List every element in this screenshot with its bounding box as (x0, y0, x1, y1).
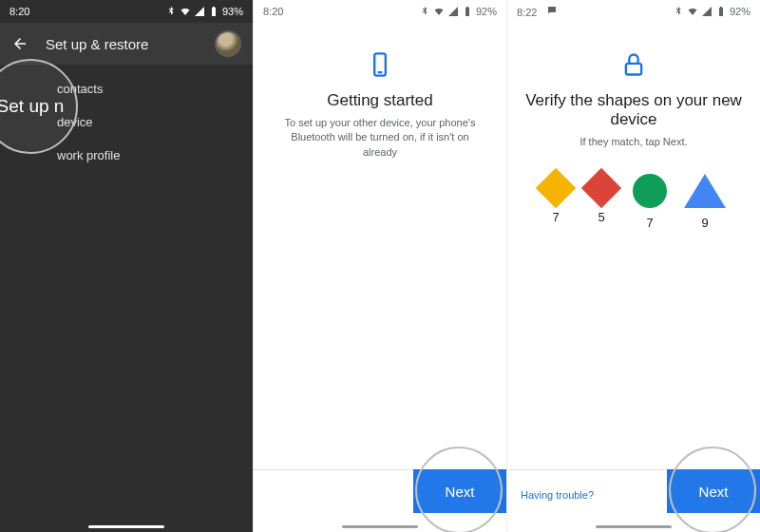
shape-cell: 5 (587, 174, 616, 230)
page-subtitle: To set up your other device, your phone'… (254, 110, 506, 160)
status-icons: 92% (419, 6, 497, 17)
panel-getting-started: 8:20 92% Getting started To set up your … (253, 0, 506, 532)
list-item[interactable]: contacts (0, 72, 253, 105)
status-battery-pct: 93% (222, 6, 243, 17)
status-icons: 93% (165, 6, 243, 17)
status-time: 8:20 (10, 6, 29, 17)
shape-diamond-red (581, 168, 621, 208)
shape-triangle-blue (684, 174, 726, 208)
panel-settings: 8:20 93% Set up & restore contacts devic… (0, 0, 253, 532)
status-time: 8:20 (263, 6, 283, 17)
status-bar: 8:22 92% (507, 0, 760, 23)
wifi-icon (687, 6, 698, 17)
status-bar: 8:20 92% (254, 0, 506, 23)
wifi-icon (180, 6, 191, 17)
status-battery-pct: 92% (730, 6, 750, 17)
shape-value: 5 (598, 210, 604, 224)
settings-list: contacts device work profile (0, 65, 253, 180)
shape-cell: 7 (633, 174, 667, 230)
page-title: Getting started (254, 91, 506, 110)
list-item[interactable]: work profile (0, 139, 253, 172)
status-bar: 8:20 93% (0, 0, 253, 23)
shape-circle-green (633, 174, 667, 208)
signal-icon (194, 6, 205, 17)
shape-diamond-orange (536, 168, 576, 208)
next-button-label: Next (699, 484, 729, 500)
bluetooth-icon (419, 6, 430, 17)
bluetooth-icon (165, 6, 177, 17)
page-subtitle: If they match, tap Next. (507, 129, 760, 149)
page-title: Verify the shapes on your new device (507, 91, 760, 129)
shape-cell: 9 (684, 174, 726, 230)
battery-icon (462, 6, 473, 17)
home-indicator[interactable] (596, 525, 672, 528)
phone-icon (367, 51, 393, 78)
panel-verify-shapes: 8:22 92% Verify the shapes on your new d… (506, 0, 760, 532)
status-battery-pct: 92% (476, 6, 497, 17)
signal-icon (701, 6, 712, 17)
lock-icon (620, 51, 647, 78)
next-button-label: Next (446, 484, 475, 500)
avatar[interactable] (215, 30, 241, 57)
svg-rect-2 (626, 64, 641, 75)
home-indicator[interactable] (342, 525, 418, 528)
shape-cell: 7 (542, 174, 570, 230)
home-indicator[interactable] (88, 525, 164, 528)
appbar: Set up & restore (0, 23, 253, 65)
signal-icon (447, 6, 459, 17)
shape-value: 7 (552, 210, 559, 224)
message-icon (546, 5, 558, 16)
bluetooth-icon (673, 6, 684, 17)
shapes-row: 7 5 7 9 (507, 174, 760, 230)
back-icon[interactable] (11, 35, 28, 52)
appbar-title: Set up & restore (46, 36, 198, 52)
shape-value: 9 (701, 216, 708, 230)
list-item[interactable]: device (0, 105, 253, 139)
battery-icon (715, 6, 727, 17)
next-button[interactable]: Next (413, 469, 506, 513)
wifi-icon (433, 6, 445, 17)
shape-value: 7 (646, 216, 653, 230)
battery-icon (208, 6, 219, 17)
next-button[interactable]: Next (667, 469, 760, 513)
status-time: 8:22 (517, 7, 537, 18)
status-icons: 92% (673, 6, 750, 17)
